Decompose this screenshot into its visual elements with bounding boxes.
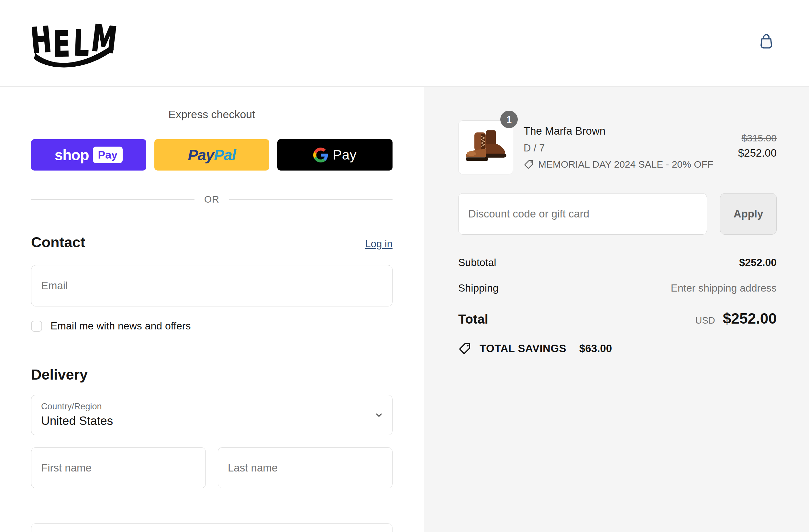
express-checkout-title: Express checkout xyxy=(31,108,393,121)
total-savings-row: TOTAL SAVINGS $63.00 xyxy=(458,342,777,355)
svg-text:L: L xyxy=(73,22,90,64)
discount-code-input[interactable] xyxy=(458,193,707,235)
shopping-bag-icon xyxy=(759,32,774,50)
header: H E L M xyxy=(0,0,809,87)
first-name-input[interactable] xyxy=(31,447,206,488)
subtotal-value: $252.00 xyxy=(739,257,777,269)
apply-discount-button[interactable]: Apply xyxy=(720,193,777,235)
newsletter-label: Email me with news and offers xyxy=(51,320,191,332)
cart-button[interactable] xyxy=(758,32,774,51)
shipping-row: Shipping Enter shipping address xyxy=(458,282,777,294)
subtotal-label: Subtotal xyxy=(458,257,496,269)
google-pay-button[interactable]: Pay xyxy=(277,139,393,171)
order-summary-pane: 1 The Marfa Brown D / 7 MEMORIAL DAY 202… xyxy=(425,87,809,532)
newsletter-checkbox[interactable] xyxy=(31,321,42,332)
or-label: OR xyxy=(204,194,219,205)
or-divider: OR xyxy=(31,194,393,205)
login-link[interactable]: Log in xyxy=(365,238,393,250)
name-fields-row xyxy=(31,447,393,488)
savings-label: TOTAL SAVINGS xyxy=(480,342,566,355)
paypal-button[interactable]: PayPal xyxy=(154,139,270,171)
checkout-form-pane: Express checkout shop Pay PayPal xyxy=(0,87,425,532)
quantity-badge: 1 xyxy=(500,111,518,128)
express-checkout-buttons: shop Pay PayPal Pay xyxy=(31,139,393,171)
google-pay-label: Pay xyxy=(333,147,357,163)
delivery-header: Delivery xyxy=(31,366,393,383)
shop-pay-badge: Pay xyxy=(93,147,123,163)
discount-row: Apply xyxy=(458,193,777,235)
shop-pay-wordmark: shop xyxy=(55,146,89,164)
price-column: $315.00 $252.00 xyxy=(738,120,777,174)
compare-at-price: $315.00 xyxy=(738,133,777,144)
product-variant: D / 7 xyxy=(523,142,738,154)
boots-image xyxy=(463,127,509,168)
subtotal-row: Subtotal $252.00 xyxy=(458,257,777,269)
last-name-input[interactable] xyxy=(218,447,393,488)
promo-label: MEMORIAL DAY 2024 SALE - 20% OFF xyxy=(538,159,713,170)
price-tag-icon xyxy=(523,159,534,170)
currency-code: USD xyxy=(695,315,715,326)
cart-line-item: 1 The Marfa Brown D / 7 MEMORIAL DAY 202… xyxy=(458,120,777,174)
svg-text:H: H xyxy=(30,19,53,62)
contact-header: Contact Log in xyxy=(31,234,393,251)
contact-title: Contact xyxy=(31,234,85,251)
country-select[interactable]: Country/Region United States xyxy=(31,395,393,435)
country-select-label: Country/Region xyxy=(41,401,369,412)
shop-pay-button[interactable]: shop Pay xyxy=(31,139,146,171)
address-input-partial[interactable] xyxy=(31,523,393,532)
product-title: The Marfa Brown xyxy=(523,125,738,137)
shipping-label: Shipping xyxy=(458,282,499,294)
total-row: Total USD $252.00 xyxy=(458,310,777,327)
shipping-value: Enter shipping address xyxy=(671,282,777,294)
email-input[interactable] xyxy=(31,265,393,306)
newsletter-optin-row[interactable]: Email me with news and offers xyxy=(31,320,393,332)
checkout-page: H E L M Express checkout shop Pay xyxy=(0,0,809,532)
chevron-down-icon xyxy=(374,410,384,420)
product-thumbnail xyxy=(458,120,513,174)
divider-line xyxy=(31,199,194,200)
product-thumbnail-wrap: 1 xyxy=(458,120,513,174)
divider-line xyxy=(229,199,393,200)
delivery-title: Delivery xyxy=(31,366,88,383)
total-amount-group: USD $252.00 xyxy=(695,310,777,327)
price-tag-icon xyxy=(458,342,471,355)
savings-value: $63.00 xyxy=(579,342,612,355)
google-g-icon xyxy=(313,148,328,162)
current-price: $252.00 xyxy=(738,147,777,159)
promo-row: MEMORIAL DAY 2024 SALE - 20% OFF xyxy=(523,159,738,170)
total-value: $252.00 xyxy=(723,310,777,327)
paypal-wordmark: PayPal xyxy=(188,146,236,164)
svg-text:E: E xyxy=(53,23,70,64)
product-info: The Marfa Brown D / 7 MEMORIAL DAY 2024 … xyxy=(523,120,738,174)
country-select-value: United States xyxy=(41,414,369,428)
total-label: Total xyxy=(458,312,488,327)
helm-logo[interactable]: H E L M xyxy=(30,17,121,70)
